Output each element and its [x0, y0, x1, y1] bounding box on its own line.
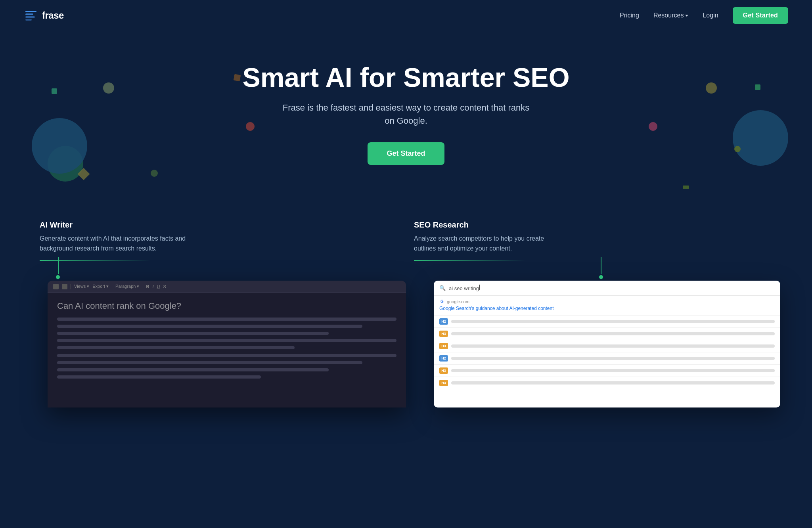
outline-badge-h2-2: H2 — [439, 355, 448, 362]
editor-line-7 — [57, 361, 362, 364]
editor-line-8 — [57, 368, 329, 371]
svg-rect-3 — [25, 19, 32, 21]
outline-line-4 — [451, 357, 775, 360]
toolbar-sep-1 — [71, 284, 71, 289]
toolbar-views: Views ▾ — [74, 284, 89, 289]
seo-search-bar: 🔍 ai seo writing — [434, 281, 780, 296]
outline-line-6 — [451, 381, 775, 385]
hero-get-started-button[interactable]: Get Started — [368, 142, 444, 165]
outline-item-6: H3 — [434, 377, 780, 389]
editor-line-6 — [57, 354, 396, 357]
seo-research-desc: Analyze search competitors to help you c… — [414, 233, 565, 254]
outline-item-5: H3 — [434, 365, 780, 377]
chevron-down-icon — [685, 15, 688, 17]
deco-circle-8 — [734, 146, 741, 152]
seo-search-text: ai seo writing — [449, 285, 775, 291]
editor-line-5 — [57, 346, 295, 349]
ai-writer-desc: Generate content with AI that incorporat… — [40, 233, 190, 254]
svg-rect-1 — [25, 13, 33, 15]
toolbar-undo-icon — [53, 284, 59, 289]
toolbar-underline: U — [157, 284, 160, 289]
hero-section: Smart AI for Smarter SEO Frase is the fa… — [0, 31, 812, 189]
toolbar-sep-2 — [112, 284, 112, 289]
toolbar-bold: B — [146, 284, 149, 289]
outline-line-2 — [451, 332, 775, 335]
seo-source-name: google.com — [447, 299, 469, 304]
editor-container: Views ▾ Export ▾ Paragraph ▾ B I U S Can… — [40, 269, 406, 407]
outline-badge-h3-1: H3 — [439, 331, 448, 337]
editor-mockup: Views ▾ Export ▾ Paragraph ▾ B I U S Can… — [48, 281, 406, 407]
logo[interactable]: frase — [24, 8, 64, 23]
google-icon: G — [439, 299, 445, 304]
feature-ai-writer: AI Writer Generate content with AI that … — [32, 212, 406, 261]
nav-get-started-button[interactable]: Get Started — [733, 7, 788, 24]
outline-line-5 — [451, 369, 775, 372]
nav-login[interactable]: Login — [703, 12, 718, 19]
editor-line-1 — [57, 318, 396, 321]
feature-seo-research: SEO Research Analyze search competitors … — [406, 212, 780, 261]
features-section: AI Writer Generate content with AI that … — [0, 189, 812, 261]
deco-circle-4 — [151, 170, 158, 177]
outline-badge-h3-4: H3 — [439, 380, 448, 386]
outline-item-3: H3 — [434, 340, 780, 352]
editor-line-9 — [57, 375, 261, 379]
seo-source: G google.com — [439, 299, 775, 304]
connector-line-left — [58, 257, 59, 274]
nav-resources[interactable]: Resources — [653, 12, 688, 19]
toolbar-italic: I — [152, 284, 153, 289]
toolbar-sep-3 — [143, 284, 143, 289]
dot-connector-right — [598, 274, 604, 280]
svg-rect-0 — [25, 11, 36, 12]
hero-title: Smart AI for Smarter SEO — [8, 63, 804, 92]
toolbar-paragraph: Paragraph ▾ — [115, 284, 139, 289]
outline-badge-h2: H2 — [439, 318, 448, 325]
deco-circle-3 — [32, 118, 87, 174]
deco-square-4 — [683, 186, 689, 189]
ai-writer-title: AI Writer — [40, 220, 398, 230]
editor-heading: Can AI content rank on Google? — [57, 301, 396, 311]
search-icon: 🔍 — [439, 285, 446, 291]
mockup-section: Views ▾ Export ▾ Paragraph ▾ B I U S Can… — [0, 269, 812, 407]
editor-body: Can AI content rank on Google? — [48, 293, 406, 390]
outline-item-1: H2 — [434, 316, 780, 328]
nav-links: Pricing Resources Login Get Started — [620, 7, 788, 24]
dot-connector-left — [55, 274, 61, 280]
outline-badge-h3-3: H3 — [439, 367, 448, 374]
deco-circle-7 — [733, 110, 788, 166]
logo-text: frase — [42, 10, 64, 21]
seo-research-line — [414, 260, 525, 261]
nav-pricing[interactable]: Pricing — [620, 12, 639, 19]
seo-mockup: 🔍 ai seo writing G google.com Google Sea… — [434, 281, 780, 407]
connector-line-right — [601, 257, 601, 274]
outline-line-3 — [451, 344, 775, 348]
seo-research-title: SEO Research — [414, 220, 772, 230]
seo-result-item: G google.com Google Search's guidance ab… — [434, 296, 780, 316]
svg-rect-2 — [25, 16, 35, 18]
deco-circle-6 — [649, 122, 657, 131]
editor-line-3 — [57, 332, 329, 335]
editor-line-2 — [57, 325, 362, 328]
ai-writer-line — [40, 260, 151, 261]
editor-line-4 — [57, 339, 396, 342]
outline-badge-h3-2: H3 — [439, 343, 448, 349]
hero-subtitle: Frase is the fastest and easiest way to … — [279, 101, 533, 127]
toolbar-strike: S — [163, 284, 166, 289]
toolbar-redo-icon — [62, 284, 67, 289]
seo-container: 🔍 ai seo writing G google.com Google Sea… — [422, 269, 780, 407]
deco-circle-9 — [246, 122, 255, 131]
seo-result-title: Google Search's guidance about AI-genera… — [439, 306, 775, 311]
cursor — [479, 285, 480, 290]
outline-item-4: H2 — [434, 352, 780, 365]
outline-item-2: H3 — [434, 328, 780, 340]
editor-toolbar: Views ▾ Export ▾ Paragraph ▾ B I U S — [48, 281, 406, 293]
logo-icon — [24, 8, 38, 23]
outline-line-1 — [451, 320, 775, 323]
navbar: frase Pricing Resources Login Get Starte… — [0, 0, 812, 31]
toolbar-export: Export ▾ — [92, 284, 109, 289]
